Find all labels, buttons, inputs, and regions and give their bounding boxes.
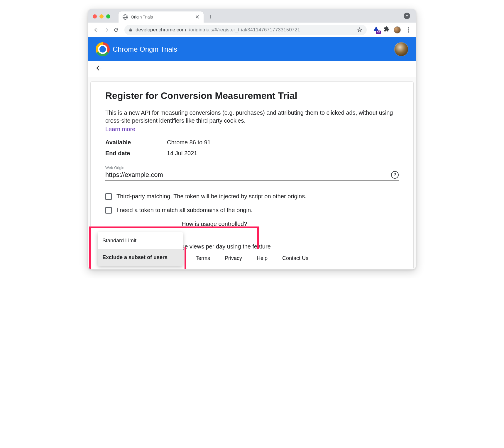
globe-icon xyxy=(123,14,128,20)
usage-question-text: How is usage controlled? xyxy=(182,221,399,227)
tab-strip: Origin Trials ✕ + xyxy=(88,9,416,23)
content-stage: Register for Conversion Measurement Tria… xyxy=(88,77,416,269)
app-title: Chrome Origin Trials xyxy=(113,45,177,53)
web-origin-label: Web Origin xyxy=(105,165,399,170)
footer-terms-link[interactable]: Terms xyxy=(196,255,210,261)
thirdparty-checkbox[interactable] xyxy=(105,193,112,200)
tab-search-button[interactable] xyxy=(404,13,410,19)
meta-row-available: Available Chrome 86 to 91 xyxy=(105,139,399,146)
arrow-left-icon xyxy=(95,64,103,72)
page-heading: Register for Conversion Measurement Tria… xyxy=(105,90,399,101)
extension-icons: 32 xyxy=(373,26,412,33)
checkbox-row-thirdparty: Third-party matching. The token will be … xyxy=(105,193,399,200)
register-card: Register for Conversion Measurement Tria… xyxy=(90,81,414,269)
arrow-left-icon xyxy=(93,27,99,33)
enddate-label: End date xyxy=(105,150,167,157)
profile-avatar-large[interactable] xyxy=(394,42,408,56)
profile-avatar-small[interactable] xyxy=(394,26,401,33)
subdomains-label: I need a token to match all subdomains o… xyxy=(116,207,253,214)
dropdown-option-standard[interactable]: Standard Limit xyxy=(98,232,183,249)
help-icon[interactable]: ? xyxy=(391,171,399,179)
url-path: /origintrials/#/register_trial/341147671… xyxy=(189,27,300,33)
footer-privacy-link[interactable]: Privacy xyxy=(225,255,242,261)
reload-button[interactable] xyxy=(112,26,120,34)
window-controls xyxy=(93,14,110,18)
url-host: developer.chrome.com xyxy=(136,27,186,33)
reload-icon xyxy=(113,27,119,33)
available-value: Chrome 86 to 91 xyxy=(167,139,211,146)
footer-contact-link[interactable]: Contact Us xyxy=(282,255,308,261)
lock-icon xyxy=(128,28,133,32)
learn-more-link[interactable]: Learn more xyxy=(105,126,135,133)
browser-menu-button[interactable] xyxy=(405,27,412,33)
chrome-logo-icon xyxy=(96,42,110,56)
available-label: Available xyxy=(105,139,167,146)
maximize-window-button[interactable] xyxy=(106,14,110,18)
dropdown-option-exclude[interactable]: Exclude a subset of users xyxy=(98,249,183,266)
back-button[interactable] xyxy=(92,26,100,34)
back-row xyxy=(88,61,416,77)
thirdparty-label: Third-party matching. The token will be … xyxy=(116,193,307,200)
arrow-right-icon xyxy=(103,27,109,33)
chevron-down-icon xyxy=(405,14,408,17)
extension-icon[interactable]: 32 xyxy=(373,26,380,33)
forward-button xyxy=(102,26,110,34)
trial-meta: Available Chrome 86 to 91 End date 14 Ju… xyxy=(105,139,399,157)
web-origin-field: Web Origin ? xyxy=(105,165,399,181)
meta-row-enddate: End date 14 Jul 2021 xyxy=(105,150,399,157)
page-views-text: age views per day using the feature xyxy=(178,243,399,250)
bookmark-star-icon[interactable] xyxy=(357,27,363,33)
address-bar[interactable]: developer.chrome.com/origintrials/#/regi… xyxy=(124,25,367,35)
browser-window: Origin Trials ✕ + developer.chrome.com/o… xyxy=(88,9,416,270)
subdomains-checkbox[interactable] xyxy=(105,207,112,214)
close-window-button[interactable] xyxy=(93,14,97,18)
minimize-window-button[interactable] xyxy=(99,14,104,18)
tab-title: Origin Trials xyxy=(131,15,192,19)
new-tab-button[interactable]: + xyxy=(206,13,215,21)
extensions-menu-button[interactable] xyxy=(384,26,390,33)
usage-restriction-dropdown: Standard Limit Exclude a subset of users xyxy=(98,232,183,266)
enddate-value: 14 Jul 2021 xyxy=(167,150,197,157)
puzzle-icon xyxy=(384,26,390,32)
page-back-button[interactable] xyxy=(95,64,103,74)
trial-description: This is a new API for measuring conversi… xyxy=(105,109,399,125)
browser-toolbar: developer.chrome.com/origintrials/#/regi… xyxy=(88,23,416,37)
checkbox-group: Third-party matching. The token will be … xyxy=(105,193,399,214)
browser-tab[interactable]: Origin Trials ✕ xyxy=(119,11,204,23)
app-header: Chrome Origin Trials xyxy=(88,37,416,61)
extension-badge-count: 32 xyxy=(376,31,381,34)
close-tab-button[interactable]: ✕ xyxy=(195,14,199,20)
footer-help-link[interactable]: Help xyxy=(257,255,268,261)
checkbox-row-subdomains: I need a token to match all subdomains o… xyxy=(105,207,399,214)
web-origin-input[interactable] xyxy=(105,170,388,179)
app-header-left: Chrome Origin Trials xyxy=(96,42,177,56)
